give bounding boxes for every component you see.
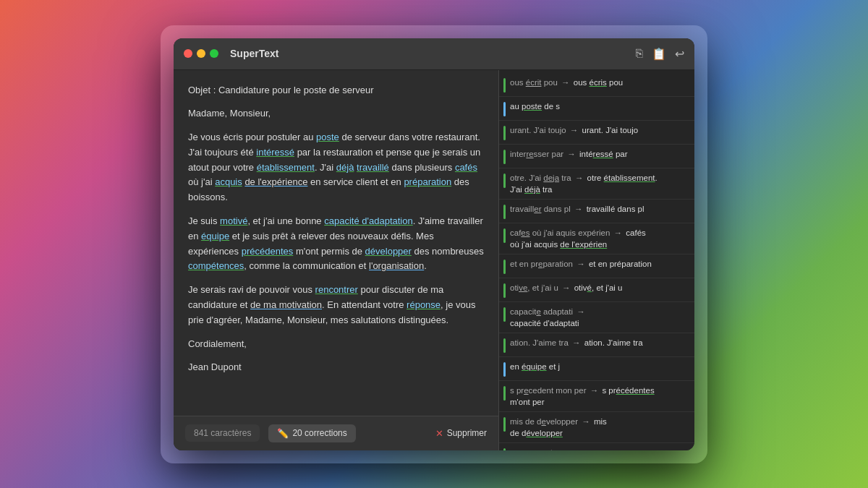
correction-bar: [503, 386, 506, 401]
corrections-label: 20 corrections: [292, 428, 346, 438]
correction-text: interresser par → intéressé par: [510, 148, 687, 160]
maximize-button[interactable]: [210, 49, 218, 58]
correction-text: cafes où j'ai aquis expérien → cafésoù j…: [510, 227, 687, 250]
corrections-button[interactable]: ✏️ 20 corrections: [268, 424, 355, 442]
subject-line: Objet : Candidature pour le poste de ser…: [188, 83, 484, 98]
correction-bar: [503, 150, 506, 164]
correction-item[interactable]: ses competences, → sescompétences,: [499, 443, 694, 450]
correction-text: ous écrit pou → ous écris pou: [510, 77, 687, 88]
paste-icon[interactable]: 📋: [652, 47, 666, 61]
correction-item[interactable]: au poste de s: [499, 97, 694, 121]
correction-item[interactable]: capacite adaptati →capacité d'adaptati: [499, 302, 694, 333]
correction-text: capacite adaptati →capacité d'adaptati: [510, 306, 687, 329]
window-wrapper: SuperText ⎘ 📋 ↩ Objet : Candidature pour…: [161, 25, 707, 463]
delete-button[interactable]: ✕ Supprimer: [435, 428, 487, 439]
correction-item[interactable]: interresser par → intéressé par: [499, 145, 694, 168]
correction-item[interactable]: en équipe et j: [499, 357, 694, 381]
text-editor[interactable]: Objet : Candidature pour le poste de ser…: [174, 70, 498, 416]
correction-text: otre. J'ai deja tra → otre établissement…: [510, 172, 687, 195]
copy-icon[interactable]: ⎘: [636, 47, 643, 61]
correction-item[interactable]: ation. J'aime tra → ation. J'aime tra: [499, 333, 694, 357]
pencil-icon: ✏️: [277, 428, 289, 439]
delete-icon: ✕: [435, 428, 443, 439]
paragraph3: Je serais ravi de pouvoir vous rencontre…: [188, 283, 484, 328]
correction-item[interactable]: otre. J'ai deja tra → otre établissement…: [499, 168, 694, 200]
app-title: SuperText: [230, 48, 278, 59]
titlebar-icons: ⎘ 📋 ↩: [636, 47, 684, 61]
delete-label: Supprimer: [447, 428, 487, 438]
content-area: Objet : Candidature pour le poste de ser…: [174, 70, 694, 450]
correction-text: travailler dans pl → travaillé dans pl: [510, 203, 687, 215]
correction-text: ses competences, → sescompétences,: [510, 447, 687, 450]
correction-text: au poste de s: [510, 100, 687, 112]
correction-bar: [503, 78, 506, 93]
correction-bar: [503, 205, 506, 219]
correction-item[interactable]: cafes où j'ai aquis expérien → cafésoù j…: [499, 223, 694, 254]
correction-item[interactable]: otive, et j'ai u → otivé, et j'ai u: [499, 278, 694, 302]
paragraph1: Je vous écris pour postuler au poste de …: [188, 130, 484, 205]
correction-text: urant. J'ai toujo → urant. J'ai toujo: [510, 124, 687, 136]
correction-bar: [503, 283, 506, 298]
correction-bar: [503, 362, 506, 377]
greeting: Madame, Monsieur,: [188, 106, 484, 121]
close-button[interactable]: [184, 49, 192, 58]
closing: Cordialement,: [188, 337, 484, 352]
minimize-button[interactable]: [197, 49, 205, 58]
char-count: 841 caractères: [185, 424, 260, 442]
correction-item[interactable]: et en preparation → et en préparation: [499, 254, 694, 278]
text-panel: Objet : Candidature pour le poste de ser…: [174, 70, 499, 450]
correction-text: otive, et j'ai u → otivé, et j'ai u: [510, 282, 687, 294]
paragraph2: Je suis motivé, et j'ai une bonne capaci…: [188, 214, 484, 274]
undo-icon[interactable]: ↩: [675, 47, 684, 61]
titlebar: SuperText ⎘ 📋 ↩: [174, 38, 694, 70]
correction-item[interactable]: mis de developper → misde développer: [499, 412, 694, 443]
correction-text: en équipe et j: [510, 361, 687, 372]
text-footer: 841 caractères ✏️ 20 corrections ✕ Suppr…: [174, 416, 498, 450]
correction-bar: [503, 417, 506, 432]
correction-text: mis de developper → misde développer: [510, 416, 687, 439]
correction-bar: [503, 228, 506, 243]
correction-text: et en preparation → et en préparation: [510, 258, 687, 270]
sender-name: Jean Dupont: [188, 360, 484, 375]
correction-item[interactable]: urant. J'ai toujo → urant. J'ai toujo: [499, 121, 694, 145]
correction-bar: [503, 338, 506, 353]
correction-bar: [503, 126, 506, 140]
correction-item[interactable]: travailler dans pl → travaillé dans pl: [499, 200, 694, 223]
correction-item[interactable]: s precedent mon per → s précédentesm'ont…: [499, 381, 694, 412]
correction-text: s precedent mon per → s précédentesm'ont…: [510, 385, 687, 408]
app-window: SuperText ⎘ 📋 ↩ Objet : Candidature pour…: [174, 38, 694, 450]
traffic-lights: [184, 49, 218, 58]
correction-bar: [503, 448, 506, 450]
correction-bar: [503, 174, 506, 188]
correction-text: ation. J'aime tra → ation. J'aime tra: [510, 337, 687, 348]
correction-bar: [503, 260, 506, 274]
correction-bar: [503, 102, 506, 116]
correction-item[interactable]: ous écrit pou → ous écris pou: [499, 73, 694, 97]
correction-bar: [503, 307, 506, 322]
corrections-panel[interactable]: ous écrit pou → ous écris pouau poste de…: [499, 70, 694, 450]
